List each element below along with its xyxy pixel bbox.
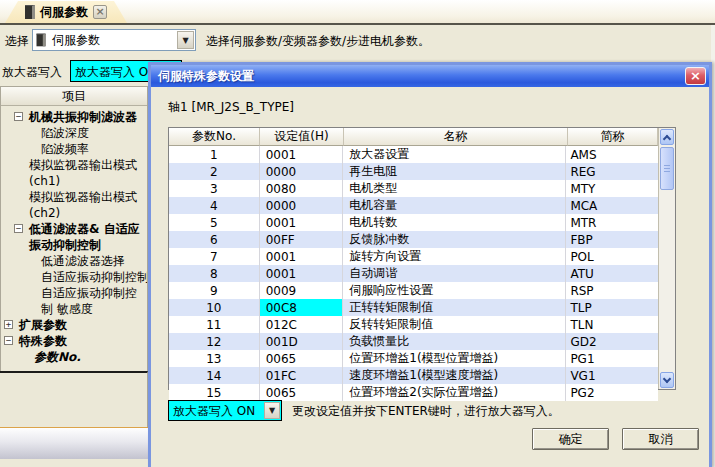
dialog-titlebar[interactable]: 伺服特殊参数设置 × (151, 65, 709, 87)
tree-item[interactable]: 参数No. (1, 349, 147, 365)
param-cell-name: 速度环增益1(模型速度增益) (343, 367, 566, 384)
tree-item[interactable]: −低通滤波器& 自适应 振动抑制控制 (1, 221, 147, 253)
tree-item[interactable]: 陷波深度 (1, 125, 147, 141)
param-cell-name: 位置环增益1(模型位置增益) (343, 350, 566, 367)
ok-button[interactable]: 确定 (532, 428, 609, 450)
param-cell-abbr: PG1 (566, 350, 658, 367)
amp-write-label: 放大器写入 (2, 64, 62, 81)
param-cell-name: 位置环增益2(实际位置增益) (343, 384, 566, 401)
col-header-abbr[interactable]: 简称 (568, 128, 658, 146)
param-row-1[interactable]: 10001放大器设置AMS (169, 146, 658, 163)
tree-item[interactable]: +扩展参数 (1, 317, 147, 333)
param-cell-abbr: GD2 (566, 333, 658, 350)
param-cell-name: 再生电阻 (343, 163, 566, 180)
param-cell-name: 伺服响应性设置 (343, 282, 566, 299)
param-cell-value[interactable]: 0001 (260, 265, 344, 282)
param-row-9[interactable]: 90009伺服响应性设置RSP (169, 282, 658, 299)
param-cell-value[interactable]: 0001 (260, 214, 344, 231)
chevron-down-icon[interactable]: ▼ (264, 402, 280, 419)
col-header-value[interactable]: 设定值(H) (260, 128, 344, 146)
param-cell-value[interactable]: 001D (260, 333, 344, 350)
tree-header: 项目 (1, 87, 147, 106)
param-row-10[interactable]: 1000C8正转转矩限制值TLP (169, 299, 658, 316)
col-header-name[interactable]: 名称 (344, 128, 568, 146)
tree-item[interactable]: 模拟监视器输出模式 (ch1) (1, 157, 147, 189)
dialog-title: 伺服特殊参数设置 (158, 68, 685, 85)
scroll-up-icon[interactable] (660, 129, 674, 145)
param-cell-value[interactable]: 00C8 (260, 299, 344, 316)
collapse-icon[interactable]: − (4, 336, 13, 345)
param-cell-no: 12 (169, 333, 260, 350)
tree-item[interactable]: 自适应振动抑制控制 敏感度 (1, 285, 147, 317)
param-cell-value[interactable]: 0065 (260, 350, 344, 367)
tree-item-label: 特殊参数 (1, 333, 147, 349)
tree-item-label: 自适应振动抑制控制 (1, 269, 147, 285)
collapse-icon[interactable]: − (14, 112, 23, 121)
param-cell-no: 13 (169, 350, 260, 367)
param-cell-value[interactable]: 0080 (260, 180, 344, 197)
servo-amp-icon (25, 5, 35, 19)
param-cell-no: 1 (169, 146, 260, 163)
param-type-bar: 选择 伺服参数 ▼ 选择伺服参数/变频器参数/步进电机参数。 (0, 25, 715, 55)
chevron-down-icon[interactable]: ▼ (177, 31, 194, 49)
param-cell-name: 自动调谐 (343, 265, 566, 282)
param-cell-abbr: MTR (566, 214, 658, 231)
param-cell-name: 负载惯量比 (343, 333, 566, 350)
amp-write-select-dialog[interactable]: 放大器写入 ON ▼ (168, 400, 282, 421)
expand-icon[interactable]: + (4, 320, 13, 329)
cancel-button[interactable]: 取消 (622, 428, 699, 450)
param-row-12[interactable]: 12001D负载惯量比GD2 (169, 333, 658, 350)
param-row-7[interactable]: 70001旋转方向设置POL (169, 248, 658, 265)
tab-servo-params[interactable]: 伺服参数 × (5, 1, 127, 23)
param-type-select[interactable]: 伺服参数 ▼ (32, 29, 196, 51)
param-cell-value[interactable]: 012C (260, 316, 344, 333)
collapse-icon[interactable]: − (14, 224, 23, 233)
tab-close-icon[interactable]: × (93, 5, 107, 19)
param-cell-value[interactable]: 00FF (260, 231, 344, 248)
tree-item[interactable]: 低通滤波器选择 (1, 253, 147, 269)
tree-footer-panel (0, 371, 148, 427)
param-row-15[interactable]: 150065位置环增益2(实际位置增益)PG2 (169, 384, 658, 401)
vertical-scrollbar[interactable] (658, 128, 675, 389)
col-header-no[interactable]: 参数No. (169, 128, 260, 146)
param-row-2[interactable]: 20000再生电阻REG (169, 163, 658, 180)
param-cell-name: 反转转矩限制值 (343, 316, 566, 333)
param-row-8[interactable]: 80001自动调谐ATU (169, 265, 658, 282)
param-cell-no: 3 (169, 180, 260, 197)
bottom-gradient-bar (0, 427, 148, 459)
param-cell-abbr: MCA (566, 197, 658, 214)
scroll-down-icon[interactable] (660, 372, 674, 388)
tab-label: 伺服参数 (40, 4, 88, 21)
param-row-6[interactable]: 600FF反馈脉冲数FBP (169, 231, 658, 248)
param-cell-no: 7 (169, 248, 260, 265)
param-cell-value[interactable]: 01FC (260, 367, 344, 384)
param-cell-no: 4 (169, 197, 260, 214)
tree-item[interactable]: −特殊参数 (1, 333, 147, 349)
param-cell-abbr: REG (566, 163, 658, 180)
param-cell-abbr: VG1 (566, 367, 658, 384)
param-row-11[interactable]: 11012C反转转矩限制值TLN (169, 316, 658, 333)
param-cell-value[interactable]: 0001 (260, 146, 344, 163)
tree-item[interactable]: 模拟监视器输出模式 (ch2) (1, 189, 147, 221)
param-cell-no: 8 (169, 265, 260, 282)
scroll-thumb[interactable] (660, 147, 674, 190)
tree-item[interactable]: 陷波频率 (1, 141, 147, 157)
param-cell-value[interactable]: 0000 (260, 163, 344, 180)
param-cell-value[interactable]: 0001 (260, 248, 344, 265)
tree-item[interactable]: −机械共振抑制滤波器 (1, 109, 147, 125)
param-row-4[interactable]: 40000电机容量MCA (169, 197, 658, 214)
param-row-3[interactable]: 30080电机类型MTY (169, 180, 658, 197)
param-cell-value[interactable]: 0009 (260, 282, 344, 299)
tree-item[interactable]: 自适应振动抑制控制 (1, 269, 147, 285)
param-row-13[interactable]: 130065位置环增益1(模型位置增益)PG1 (169, 350, 658, 367)
servo-amp-icon (37, 34, 46, 47)
param-row-14[interactable]: 1401FC速度环增益1(模型速度增益)VG1 (169, 367, 658, 384)
param-cell-value[interactable]: 0065 (260, 384, 344, 401)
amp-write-hint: 更改设定值并按下ENTER键时，进行放大器写入。 (292, 403, 560, 420)
param-cell-no: 9 (169, 282, 260, 299)
close-icon[interactable]: × (685, 67, 706, 85)
param-cell-value[interactable]: 0000 (260, 197, 344, 214)
param-cell-no: 15 (169, 384, 260, 401)
param-row-5[interactable]: 50001电机转数MTR (169, 214, 658, 231)
select-label: 选择 (5, 33, 29, 50)
